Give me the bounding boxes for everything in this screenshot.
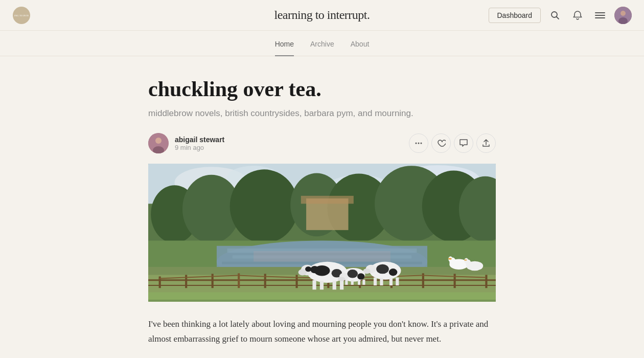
svg-rect-72	[340, 280, 343, 290]
user-avatar[interactable]	[614, 7, 632, 24]
svg-rect-89	[345, 280, 348, 285]
heart-icon	[436, 139, 446, 148]
svg-rect-39	[254, 251, 390, 262]
post-image	[148, 164, 496, 302]
svg-point-14	[418, 143, 420, 144]
main-nav: Home Archive About	[0, 31, 644, 56]
search-button[interactable]	[547, 7, 563, 24]
more-options-button[interactable]	[409, 133, 428, 153]
logo-container[interactable]: LEARNING TO INTERRUPT	[12, 6, 31, 25]
author-info: abigail stewart 9 min ago	[148, 133, 224, 153]
post-paragraph: I've been thinking a lot lately about lo…	[148, 317, 496, 347]
svg-rect-92	[362, 280, 365, 285]
search-icon	[550, 10, 560, 20]
header-right: Dashboard	[489, 7, 632, 24]
svg-rect-100	[448, 258, 451, 260]
svg-rect-71	[333, 281, 336, 290]
logo-icon: LEARNING TO INTERRUPT	[13, 7, 30, 24]
comment-icon	[459, 139, 468, 148]
header: LEARNING TO INTERRUPT learning to interr…	[0, 0, 644, 31]
svg-text:LEARNING TO INTERRUPT: LEARNING TO INTERRUPT	[14, 14, 29, 17]
svg-point-25	[230, 170, 298, 243]
svg-rect-90	[351, 280, 354, 285]
svg-rect-81	[380, 278, 383, 285]
svg-point-86	[376, 264, 389, 274]
author-time: 9 min ago	[175, 144, 224, 151]
svg-point-13	[416, 143, 417, 144]
svg-rect-80	[374, 278, 377, 285]
svg-point-87	[389, 268, 397, 276]
svg-rect-4	[595, 12, 605, 13]
share-button[interactable]	[476, 133, 496, 153]
post-title: chuckling over tea.	[148, 77, 496, 101]
site-title: learning to interrupt.	[274, 8, 370, 22]
svg-rect-91	[358, 280, 360, 285]
svg-line-3	[557, 16, 559, 19]
author-details: abigail stewart 9 min ago	[175, 136, 224, 151]
notifications-button[interactable]	[569, 7, 586, 24]
nav-item-archive[interactable]: Archive	[310, 31, 334, 56]
author-row: abigail stewart 9 min ago	[148, 133, 496, 153]
svg-point-94	[338, 277, 345, 281]
svg-rect-5	[595, 15, 605, 16]
svg-point-95	[347, 270, 358, 278]
nav-item-home[interactable]: Home	[275, 31, 294, 56]
post-body: I've been thinking a lot lately about lo…	[148, 317, 496, 347]
author-avatar[interactable]	[148, 133, 169, 153]
svg-rect-32	[301, 196, 354, 204]
share-icon	[481, 139, 491, 148]
comment-button[interactable]	[454, 133, 473, 153]
main-content: chuckling over tea. middlebrow novels, b…	[148, 56, 496, 358]
post-subtitle: middlebrow novels, british countrysides,…	[148, 108, 496, 119]
svg-rect-45	[185, 275, 187, 288]
svg-point-15	[421, 143, 422, 144]
bell-icon	[572, 10, 583, 20]
svg-point-8	[620, 11, 626, 16]
author-name: abigail stewart	[175, 136, 224, 144]
svg-point-11	[155, 138, 162, 144]
svg-rect-55	[485, 275, 487, 288]
hamburger-icon	[595, 10, 605, 20]
svg-rect-83	[396, 278, 399, 285]
svg-point-78	[305, 266, 311, 272]
dots-icon	[414, 139, 423, 148]
dashboard-button[interactable]: Dashboard	[489, 8, 541, 23]
svg-rect-6	[595, 17, 605, 18]
nav-item-about[interactable]: About	[351, 31, 370, 56]
svg-rect-49	[295, 275, 297, 288]
svg-rect-104	[464, 260, 467, 261]
svg-rect-69	[312, 280, 316, 290]
svg-point-96	[357, 274, 364, 280]
action-buttons	[409, 133, 496, 153]
svg-rect-70	[320, 281, 324, 290]
menu-button[interactable]	[592, 7, 608, 24]
svg-point-77	[310, 266, 318, 273]
svg-rect-106	[148, 300, 496, 302]
like-button[interactable]	[431, 133, 451, 153]
header-left: LEARNING TO INTERRUPT	[12, 6, 31, 25]
svg-rect-82	[389, 278, 393, 285]
